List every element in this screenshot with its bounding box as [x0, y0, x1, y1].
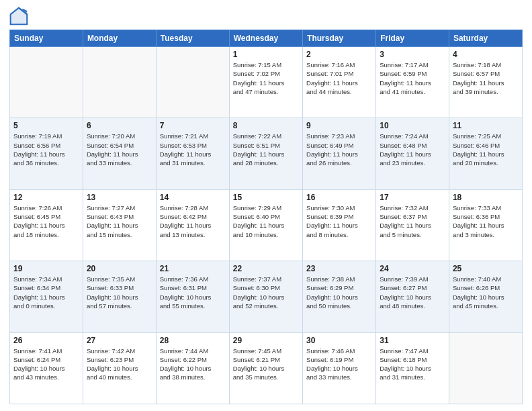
- calendar-cell: 27Sunrise: 7:42 AM Sunset: 6:23 PM Dayli…: [83, 332, 156, 404]
- calendar-cell: 2Sunrise: 7:16 AM Sunset: 7:01 PM Daylig…: [303, 47, 376, 118]
- calendar-cell: 19Sunrise: 7:34 AM Sunset: 6:34 PM Dayli…: [10, 261, 83, 332]
- calendar-cell: [156, 47, 229, 118]
- day-number: 27: [87, 336, 152, 345]
- day-number: 17: [380, 193, 445, 202]
- logo-icon: [9, 7, 28, 26]
- day-number: 23: [306, 264, 372, 273]
- day-number: 28: [160, 336, 226, 345]
- calendar-cell: 1Sunrise: 7:15 AM Sunset: 7:02 PM Daylig…: [229, 47, 302, 118]
- calendar-cell: 30Sunrise: 7:46 AM Sunset: 6:19 PM Dayli…: [303, 332, 376, 404]
- col-header-saturday: Saturday: [449, 30, 522, 47]
- calendar-week-5: 26Sunrise: 7:41 AM Sunset: 6:24 PM Dayli…: [10, 332, 523, 404]
- col-header-thursday: Thursday: [303, 30, 376, 47]
- day-number: 1: [233, 50, 299, 59]
- day-info: Sunrise: 7:17 AM Sunset: 6:59 PM Dayligh…: [380, 60, 445, 96]
- day-info: Sunrise: 7:18 AM Sunset: 6:57 PM Dayligh…: [453, 60, 519, 96]
- col-header-monday: Monday: [83, 30, 156, 47]
- day-info: Sunrise: 7:41 AM Sunset: 6:24 PM Dayligh…: [13, 347, 79, 382]
- calendar-cell: 26Sunrise: 7:41 AM Sunset: 6:24 PM Dayli…: [10, 332, 83, 404]
- calendar-cell: 21Sunrise: 7:36 AM Sunset: 6:31 PM Dayli…: [156, 261, 229, 332]
- day-info: Sunrise: 7:16 AM Sunset: 7:01 PM Dayligh…: [306, 60, 372, 96]
- col-header-wednesday: Wednesday: [229, 30, 302, 47]
- day-number: 15: [233, 193, 299, 202]
- day-info: Sunrise: 7:47 AM Sunset: 6:18 PM Dayligh…: [380, 347, 445, 382]
- day-number: 19: [13, 264, 79, 273]
- day-info: Sunrise: 7:19 AM Sunset: 6:56 PM Dayligh…: [13, 132, 79, 167]
- day-number: 4: [453, 50, 519, 59]
- day-info: Sunrise: 7:28 AM Sunset: 6:42 PM Dayligh…: [160, 203, 226, 239]
- calendar-week-4: 19Sunrise: 7:34 AM Sunset: 6:34 PM Dayli…: [10, 261, 523, 332]
- calendar-cell: [10, 47, 83, 118]
- day-number: 2: [306, 50, 372, 59]
- day-number: 18: [453, 193, 519, 202]
- calendar-cell: 20Sunrise: 7:35 AM Sunset: 6:33 PM Dayli…: [83, 261, 156, 332]
- day-info: Sunrise: 7:21 AM Sunset: 6:53 PM Dayligh…: [160, 132, 226, 167]
- col-header-tuesday: Tuesday: [156, 30, 229, 47]
- day-number: 9: [306, 121, 372, 130]
- header: [9, 7, 523, 26]
- day-number: 5: [13, 121, 79, 130]
- calendar-cell: 18Sunrise: 7:33 AM Sunset: 6:36 PM Dayli…: [449, 189, 522, 261]
- day-number: 22: [233, 264, 299, 273]
- calendar-cell: 16Sunrise: 7:30 AM Sunset: 6:39 PM Dayli…: [303, 189, 376, 261]
- day-number: 16: [306, 193, 372, 202]
- calendar-cell: 17Sunrise: 7:32 AM Sunset: 6:37 PM Dayli…: [376, 189, 449, 261]
- day-info: Sunrise: 7:44 AM Sunset: 6:22 PM Dayligh…: [160, 347, 226, 382]
- calendar-cell: 31Sunrise: 7:47 AM Sunset: 6:18 PM Dayli…: [376, 332, 449, 404]
- logo: [9, 7, 31, 26]
- calendar-cell: 28Sunrise: 7:44 AM Sunset: 6:22 PM Dayli…: [156, 332, 229, 404]
- calendar-week-3: 12Sunrise: 7:26 AM Sunset: 6:45 PM Dayli…: [10, 189, 523, 261]
- day-number: 20: [87, 264, 152, 273]
- day-number: 29: [233, 336, 299, 345]
- calendar-cell: 9Sunrise: 7:23 AM Sunset: 6:49 PM Daylig…: [303, 118, 376, 189]
- day-info: Sunrise: 7:34 AM Sunset: 6:34 PM Dayligh…: [13, 275, 79, 310]
- day-info: Sunrise: 7:26 AM Sunset: 6:45 PM Dayligh…: [13, 203, 79, 239]
- day-number: 25: [453, 264, 519, 273]
- calendar-cell: 25Sunrise: 7:40 AM Sunset: 6:26 PM Dayli…: [449, 261, 522, 332]
- calendar-cell: 12Sunrise: 7:26 AM Sunset: 6:45 PM Dayli…: [10, 189, 83, 261]
- day-number: 10: [380, 121, 445, 130]
- calendar-cell: 14Sunrise: 7:28 AM Sunset: 6:42 PM Dayli…: [156, 189, 229, 261]
- day-number: 8: [233, 121, 299, 130]
- day-number: 21: [160, 264, 226, 273]
- day-info: Sunrise: 7:27 AM Sunset: 6:43 PM Dayligh…: [87, 203, 152, 239]
- calendar-cell: 4Sunrise: 7:18 AM Sunset: 6:57 PM Daylig…: [449, 47, 522, 118]
- day-info: Sunrise: 7:33 AM Sunset: 6:36 PM Dayligh…: [453, 203, 519, 239]
- day-info: Sunrise: 7:42 AM Sunset: 6:23 PM Dayligh…: [87, 347, 152, 382]
- calendar-header-row: SundayMondayTuesdayWednesdayThursdayFrid…: [10, 30, 523, 47]
- day-number: 7: [160, 121, 226, 130]
- page: SundayMondayTuesdayWednesdayThursdayFrid…: [0, 0, 532, 411]
- calendar-cell: 13Sunrise: 7:27 AM Sunset: 6:43 PM Dayli…: [83, 189, 156, 261]
- day-info: Sunrise: 7:15 AM Sunset: 7:02 PM Dayligh…: [233, 60, 299, 96]
- day-info: Sunrise: 7:24 AM Sunset: 6:48 PM Dayligh…: [380, 132, 445, 167]
- col-header-friday: Friday: [376, 30, 449, 47]
- day-info: Sunrise: 7:36 AM Sunset: 6:31 PM Dayligh…: [160, 275, 226, 310]
- day-info: Sunrise: 7:35 AM Sunset: 6:33 PM Dayligh…: [87, 275, 152, 310]
- day-info: Sunrise: 7:32 AM Sunset: 6:37 PM Dayligh…: [380, 203, 445, 239]
- calendar-cell: 22Sunrise: 7:37 AM Sunset: 6:30 PM Dayli…: [229, 261, 302, 332]
- day-info: Sunrise: 7:20 AM Sunset: 6:54 PM Dayligh…: [87, 132, 152, 167]
- day-info: Sunrise: 7:39 AM Sunset: 6:27 PM Dayligh…: [380, 275, 445, 310]
- day-number: 26: [13, 336, 79, 345]
- calendar-cell: 10Sunrise: 7:24 AM Sunset: 6:48 PM Dayli…: [376, 118, 449, 189]
- day-number: 12: [13, 193, 79, 202]
- day-info: Sunrise: 7:22 AM Sunset: 6:51 PM Dayligh…: [233, 132, 299, 167]
- day-info: Sunrise: 7:29 AM Sunset: 6:40 PM Dayligh…: [233, 203, 299, 239]
- day-number: 11: [453, 121, 519, 130]
- calendar-cell: 29Sunrise: 7:45 AM Sunset: 6:21 PM Dayli…: [229, 332, 302, 404]
- day-number: 24: [380, 264, 445, 273]
- calendar-cell: 23Sunrise: 7:38 AM Sunset: 6:29 PM Dayli…: [303, 261, 376, 332]
- calendar-week-2: 5Sunrise: 7:19 AM Sunset: 6:56 PM Daylig…: [10, 118, 523, 189]
- day-info: Sunrise: 7:23 AM Sunset: 6:49 PM Dayligh…: [306, 132, 372, 167]
- day-number: 31: [380, 336, 445, 345]
- day-info: Sunrise: 7:46 AM Sunset: 6:19 PM Dayligh…: [306, 347, 372, 382]
- calendar-cell: 15Sunrise: 7:29 AM Sunset: 6:40 PM Dayli…: [229, 189, 302, 261]
- col-header-sunday: Sunday: [10, 30, 83, 47]
- day-number: 30: [306, 336, 372, 345]
- day-info: Sunrise: 7:30 AM Sunset: 6:39 PM Dayligh…: [306, 203, 372, 239]
- calendar-cell: 3Sunrise: 7:17 AM Sunset: 6:59 PM Daylig…: [376, 47, 449, 118]
- day-number: 6: [87, 121, 152, 130]
- day-info: Sunrise: 7:40 AM Sunset: 6:26 PM Dayligh…: [453, 275, 519, 310]
- calendar-cell: 7Sunrise: 7:21 AM Sunset: 6:53 PM Daylig…: [156, 118, 229, 189]
- calendar-cell: [449, 332, 522, 404]
